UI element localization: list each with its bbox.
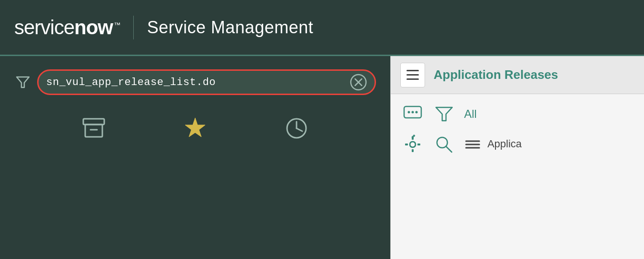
header-divider: [133, 16, 134, 39]
search-container: [14, 69, 376, 95]
hamburger-line-3: [406, 78, 419, 80]
right-row-2: Applica: [401, 133, 634, 156]
clock-icon: [283, 115, 310, 142]
filter-right-button[interactable]: [433, 103, 456, 125]
applic-label: Applica: [464, 138, 522, 151]
archive-button[interactable]: [79, 113, 109, 144]
svg-rect-20: [405, 144, 408, 145]
clear-button[interactable]: [350, 74, 367, 91]
right-bottom: All: [391, 94, 644, 259]
right-row-1: All: [401, 103, 634, 125]
page-title: Service Management: [147, 18, 313, 38]
chat-icon: [402, 104, 423, 125]
search-right-button[interactable]: [433, 133, 456, 156]
chat-button[interactable]: [401, 103, 424, 125]
svg-rect-19: [412, 149, 414, 152]
right-top: Application Releases: [391, 56, 644, 94]
list-icon: [464, 138, 481, 151]
svg-line-25: [446, 146, 452, 152]
gear-button[interactable]: [401, 133, 424, 156]
svg-rect-4: [83, 119, 104, 125]
search-right-icon: [434, 134, 455, 155]
star-icon: [182, 115, 208, 142]
svg-point-17: [410, 142, 416, 147]
favorites-button[interactable]: [180, 113, 210, 144]
hamburger-line-2: [406, 74, 419, 76]
svg-line-10: [297, 128, 302, 131]
archive-icon: [80, 115, 107, 142]
bottom-icons-row: [14, 113, 376, 144]
svg-rect-21: [417, 144, 420, 145]
header-bar: servicenow™ Service Management: [0, 0, 644, 56]
svg-marker-0: [17, 77, 29, 87]
logo-text: servicenow™: [14, 16, 120, 39]
svg-point-12: [408, 111, 410, 114]
servicenow-logo: servicenow™: [14, 16, 120, 39]
svg-rect-5: [85, 125, 102, 137]
svg-point-13: [412, 111, 414, 114]
right-panel: Application Releases: [390, 56, 644, 259]
hamburger-line-1: [406, 70, 419, 71]
filter-right-icon: [434, 104, 455, 125]
history-button[interactable]: [281, 113, 312, 144]
gear-icon: [402, 134, 423, 155]
filter-icon-wrap: [14, 74, 31, 91]
hamburger-button[interactable]: [400, 63, 425, 87]
all-label: All: [464, 107, 477, 121]
left-panel: [0, 56, 390, 259]
svg-marker-15: [436, 107, 452, 121]
svg-point-14: [416, 111, 418, 114]
clear-icon: [350, 74, 367, 91]
right-panel-title: Application Releases: [434, 67, 558, 82]
search-input[interactable]: [46, 77, 350, 88]
svg-marker-7: [185, 118, 205, 137]
search-input-wrap: [37, 69, 376, 95]
filter-icon: [15, 74, 31, 90]
main-content: Application Releases: [0, 56, 644, 259]
